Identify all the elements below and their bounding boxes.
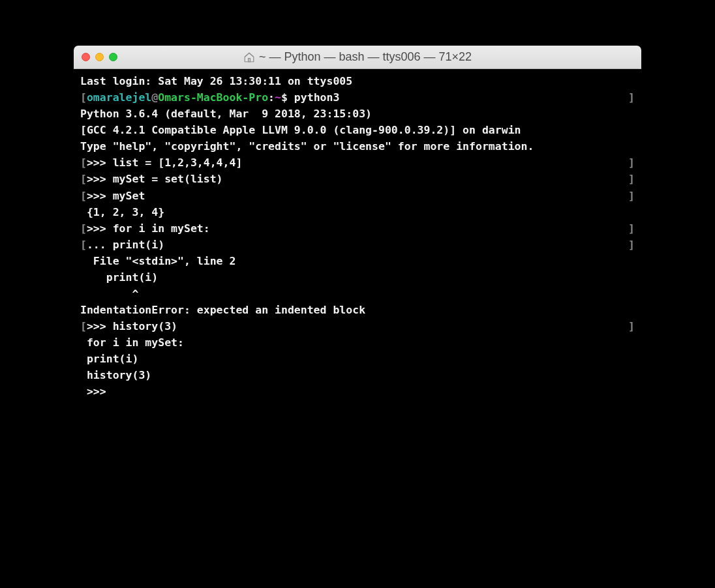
terminal-line: [ ... print(i) ] xyxy=(80,237,635,253)
terminal-output: {1, 2, 3, 4} xyxy=(80,204,635,220)
terminal-error: IndentationError: expected an indented b… xyxy=(80,302,635,318)
bracket-left: [ xyxy=(80,318,87,334)
terminal-line: [ >>> history(3) ] xyxy=(80,318,635,334)
prompt-dollar: $ xyxy=(281,91,288,104)
prompt-colon: : xyxy=(268,91,275,104)
repl-input: >>> history(3) xyxy=(87,318,628,334)
terminal-line: Type "help", "copyright", "credits" or "… xyxy=(80,138,635,154)
terminal-prompt-line: [ omaralejel@Omars-MacBook-Pro:~$ python… xyxy=(80,89,635,106)
repl-prompt[interactable]: >>> xyxy=(80,383,635,400)
terminal-output: print(i) xyxy=(80,351,635,367)
terminal-line: [ >>> list = [1,2,3,4,4,4] ] xyxy=(80,154,635,171)
bracket-right: ] xyxy=(628,220,635,237)
bracket-left: [ xyxy=(80,154,87,171)
repl-input: >>> for i in mySet: xyxy=(87,220,628,237)
terminal-window: ~ — Python — bash — ttys006 — 71×22 Last… xyxy=(74,46,641,538)
bracket-left: [ xyxy=(80,171,87,187)
close-button[interactable] xyxy=(82,53,90,61)
terminal-error: print(i) xyxy=(80,269,635,286)
prompt-host: Omars-MacBook-Pro xyxy=(158,91,268,104)
terminal-line: [ >>> mySet ] xyxy=(80,188,635,204)
terminal-body[interactable]: Last login: Sat May 26 13:30:11 on ttys0… xyxy=(74,69,641,538)
prompt-at: @ xyxy=(151,91,158,104)
window-titlebar[interactable]: ~ — Python — bash — ttys006 — 71×22 xyxy=(74,46,641,69)
bracket-right: ] xyxy=(628,237,635,253)
prompt-path: ~ xyxy=(275,91,281,104)
terminal-output: for i in mySet: xyxy=(80,334,635,351)
minimize-button[interactable] xyxy=(95,53,104,61)
window-title-text: ~ — Python — bash — ttys006 — 71×22 xyxy=(259,50,472,64)
terminal-line: Python 3.6.4 (default, Mar 9 2018, 23:15… xyxy=(80,106,635,122)
traffic-lights xyxy=(82,53,117,61)
window-title: ~ — Python — bash — ttys006 — 71×22 xyxy=(74,50,641,64)
repl-input: ... print(i) xyxy=(87,237,628,253)
bracket-right: ] xyxy=(628,318,635,334)
repl-input: >>> list = [1,2,3,4,4,4] xyxy=(87,154,628,171)
terminal-line: Last login: Sat May 26 13:30:11 on ttys0… xyxy=(80,73,635,89)
terminal-line: [ >>> for i in mySet: ] xyxy=(80,220,635,237)
bracket-left: [ xyxy=(80,237,87,253)
terminal-line: [GCC 4.2.1 Compatible Apple LLVM 9.0.0 (… xyxy=(80,122,635,138)
home-icon xyxy=(243,51,255,63)
terminal-error: File "<stdin>", line 2 xyxy=(80,253,635,269)
bracket-right: ] xyxy=(628,171,635,187)
repl-input: >>> mySet = set(list) xyxy=(87,171,628,187)
prompt-command: python3 xyxy=(288,91,339,104)
bracket-left: [ xyxy=(80,220,87,237)
terminal-output: history(3) xyxy=(80,367,635,383)
bracket-left: [ xyxy=(80,188,87,204)
bracket-right: ] xyxy=(628,154,635,171)
svg-rect-0 xyxy=(248,58,250,61)
prompt-user: omaralejel xyxy=(87,91,151,104)
terminal-line: [ >>> mySet = set(list) ] xyxy=(80,171,635,187)
bracket-right: ] xyxy=(628,89,635,106)
repl-input: >>> mySet xyxy=(87,188,628,204)
terminal-prompt: omaralejel@Omars-MacBook-Pro:~$ python3 xyxy=(87,89,628,106)
bracket-left: [ xyxy=(80,89,87,106)
maximize-button[interactable] xyxy=(109,53,117,61)
terminal-error: ^ xyxy=(80,286,635,302)
bracket-right: ] xyxy=(628,188,635,204)
